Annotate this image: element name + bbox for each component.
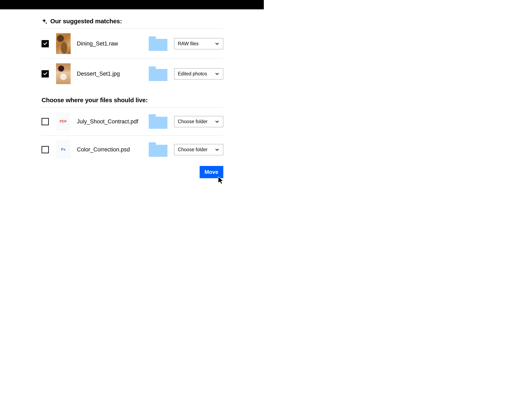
filename: Color_Correction.psd <box>77 146 149 153</box>
choose-section: Choose where your files should live: PDF… <box>42 97 223 178</box>
checkbox-dessert[interactable] <box>42 70 49 77</box>
pdf-icon: PDF <box>56 112 71 131</box>
ps-label: Ps <box>61 147 66 152</box>
chevron-down-icon <box>215 119 220 124</box>
choose-title: Choose where your files should live: <box>42 97 148 104</box>
suggested-title: Our suggested matches: <box>50 18 122 25</box>
checkbox-dining[interactable] <box>42 40 49 47</box>
folder-select-raw[interactable]: RAW files <box>174 38 223 50</box>
choose-header: Choose where your files should live: <box>42 97 223 107</box>
thumbnail-dining <box>56 33 71 54</box>
file-row: Dessert_Set1.jpg Edited photos <box>42 59 223 89</box>
folder-select-psd[interactable]: Choose folder <box>174 144 223 155</box>
folder-select-label: RAW files <box>178 41 199 46</box>
psd-icon: Ps <box>56 140 71 159</box>
chevron-down-icon <box>215 71 220 76</box>
folder-icon <box>149 114 167 129</box>
file-row: Ps Color_Correction.psd Choose folder <box>42 136 223 164</box>
file-row: Dining_Set1.raw RAW files <box>42 29 223 59</box>
move-button-label: Move <box>205 169 218 175</box>
suggested-header: Our suggested matches: <box>42 18 223 28</box>
chevron-down-icon <box>215 41 220 46</box>
sparkle-icon <box>42 18 48 24</box>
main-panel: Our suggested matches: Dining_Set1.raw R… <box>0 9 264 178</box>
file-row: PDF July_Shoot_Contract.pdf Choose folde… <box>42 108 223 135</box>
folder-icon <box>149 142 167 157</box>
checkbox-psd[interactable] <box>42 146 49 153</box>
folder-select-label: Edited photos <box>178 71 207 77</box>
folder-select-contract[interactable]: Choose folder <box>174 116 223 127</box>
footer: Move <box>42 166 223 178</box>
chevron-down-icon <box>215 147 220 152</box>
filename: Dining_Set1.raw <box>77 40 149 47</box>
folder-select-label: Choose folder <box>178 119 208 124</box>
folder-select-label: Choose folder <box>178 147 208 152</box>
folder-icon <box>149 36 167 51</box>
folder-icon <box>149 66 167 81</box>
filename: Dessert_Set1.jpg <box>77 71 149 77</box>
cursor-icon <box>217 176 224 185</box>
top-bar <box>0 0 264 9</box>
folder-select-edited[interactable]: Edited photos <box>174 68 223 80</box>
pdf-label: PDF <box>60 120 67 124</box>
move-button[interactable]: Move <box>200 166 223 178</box>
filename: July_Shoot_Contract.pdf <box>77 118 149 125</box>
checkbox-contract[interactable] <box>42 118 49 125</box>
thumbnail-dessert <box>56 63 71 84</box>
